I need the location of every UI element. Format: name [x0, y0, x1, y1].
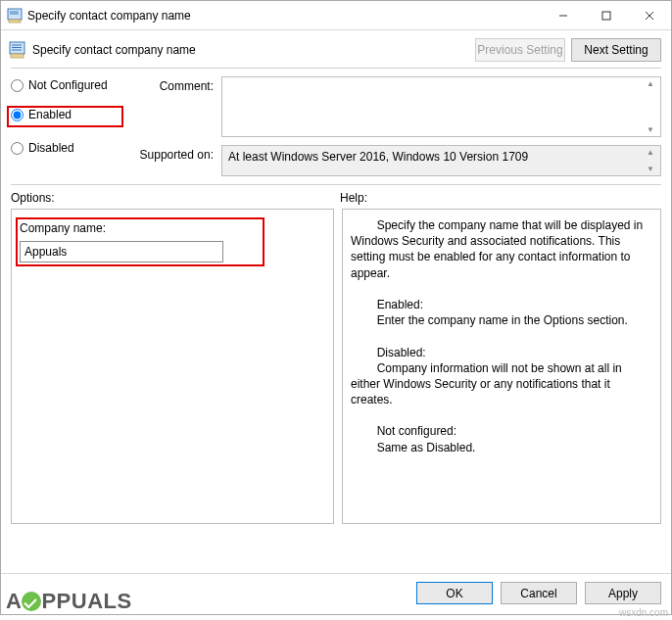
radio-not-configured-input[interactable]	[11, 79, 24, 92]
help-label: Help:	[340, 191, 661, 205]
window-title: Specify contact company name	[27, 9, 542, 23]
company-name-label: Company name:	[20, 221, 223, 235]
policy-setting-icon	[7, 8, 23, 24]
policy-editor-window: Specify contact company name Specify c	[0, 0, 672, 615]
panel-labels: Options: Help:	[1, 185, 671, 209]
options-panel: Company name:	[11, 209, 334, 524]
comment-textarea[interactable]: ▲▼	[221, 76, 661, 137]
brand-post: PPUALS	[41, 589, 131, 613]
radio-enabled-input[interactable]	[11, 109, 24, 121]
minimize-button[interactable]	[542, 1, 585, 29]
supported-value: At least Windows Server 2016, Windows 10…	[228, 150, 528, 164]
panels-row: Company name: Specify the company name t…	[1, 209, 671, 573]
svg-rect-5	[602, 12, 610, 20]
state-radio-group: Not Configured Enabled Disabled	[11, 76, 123, 176]
state-section: Not Configured Enabled Disabled Comment:…	[1, 69, 671, 184]
next-setting-button[interactable]: Next Setting	[571, 38, 661, 62]
svg-rect-1	[9, 20, 21, 23]
supported-label: Supported on:	[133, 145, 214, 162]
brand-watermark: APPUALS	[6, 589, 132, 614]
radio-disabled-input[interactable]	[11, 142, 24, 155]
supported-row: Supported on: At least Windows Server 20…	[133, 145, 661, 176]
supported-scroll-icon: ▲▼	[643, 148, 658, 173]
supported-on-box: At least Windows Server 2016, Windows 10…	[221, 145, 661, 176]
policy-title: Specify contact company name	[32, 43, 469, 57]
company-name-input[interactable]	[20, 241, 223, 262]
apply-button[interactable]: Apply	[585, 582, 661, 604]
titlebar: Specify contact company name	[1, 1, 671, 30]
comment-label: Comment:	[133, 76, 214, 93]
meta-column: Comment: ▲▼ Supported on: At least Windo…	[133, 76, 661, 176]
highlight-enabled-box: Enabled	[7, 106, 123, 127]
radio-not-configured-label: Not Configured	[28, 78, 108, 92]
radio-enabled-label: Enabled	[28, 108, 72, 121]
help-panel: Specify the company name that will be di…	[342, 209, 661, 524]
maximize-button[interactable]	[585, 1, 628, 29]
check-circle-icon	[22, 592, 41, 611]
options-label: Options:	[11, 191, 340, 205]
cancel-button[interactable]: Cancel	[501, 582, 577, 604]
comment-row: Comment: ▲▼	[133, 76, 661, 137]
radio-disabled-label: Disabled	[28, 141, 74, 155]
header-row: Specify contact company name Previous Se…	[1, 30, 671, 68]
svg-rect-9	[11, 54, 24, 58]
radio-not-configured[interactable]: Not Configured	[11, 78, 123, 92]
help-text: Specify the company name that will be di…	[351, 217, 652, 455]
previous-setting-button[interactable]: Previous Setting	[475, 38, 565, 62]
document-icon	[9, 41, 26, 59]
ok-button[interactable]: OK	[416, 582, 493, 604]
radio-disabled[interactable]: Disabled	[11, 141, 123, 155]
window-controls	[542, 1, 671, 29]
source-mark: wsxdn.com	[619, 607, 668, 618]
radio-enabled[interactable]: Enabled	[11, 108, 116, 121]
comment-scroll-icon: ▲▼	[643, 79, 658, 134]
highlight-company-box: Company name:	[16, 217, 264, 266]
brand-pre: A	[6, 589, 22, 613]
close-button[interactable]	[628, 1, 671, 29]
